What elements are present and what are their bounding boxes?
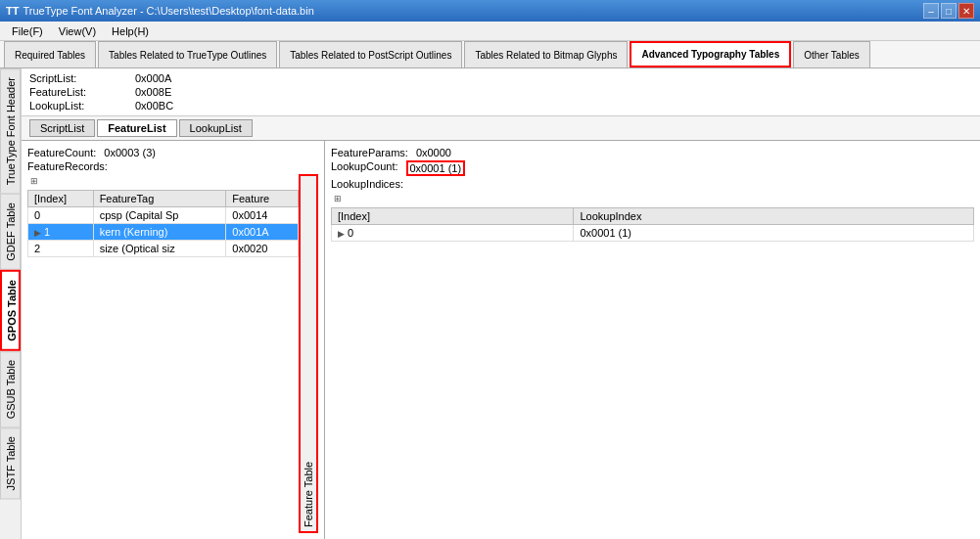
- title-bar-text: TrueType Font Analyzer - C:\Users\test\D…: [23, 5, 313, 17]
- feature-records-table: [Index] FeatureTag Feature 0: [27, 190, 299, 257]
- split-pane: FeatureCount: 0x0003 (3) FeatureRecords:…: [22, 141, 980, 539]
- tab-postscript-outlines[interactable]: Tables Related to PostScript Outlines: [279, 41, 462, 67]
- menu-view[interactable]: View(V): [51, 23, 104, 39]
- row-0-index: 0: [28, 207, 94, 224]
- vtab-jstf-table[interactable]: JSTF Table: [0, 427, 21, 499]
- col-feature: Feature: [226, 191, 299, 207]
- scriptlist-label: ScriptList:: [29, 72, 127, 84]
- subtab-featurelist[interactable]: FeatureList: [97, 119, 176, 137]
- feature-vtab[interactable]: Feature Table: [299, 174, 318, 533]
- lookuplist-value: 0x00BC: [135, 100, 972, 112]
- featurelist-label: FeatureList:: [29, 86, 127, 98]
- title-bar-buttons: – □ ✕: [923, 3, 974, 19]
- left-vtabs: TrueType Font Header GDEF Table GPOS Tab…: [0, 68, 22, 539]
- feature-params-row: FeatureParams: 0x0000: [331, 147, 974, 158]
- feature-params-value: 0x0000: [416, 147, 451, 158]
- col-feature-tag: FeatureTag: [93, 191, 226, 207]
- lookup-indices-label: LookupIndices:: [331, 178, 974, 190]
- lookup-indices-table: [Index] LookupIndex ▶ 0 0x0001 (1): [331, 207, 974, 242]
- lookup-count-value: 0x0001 (1): [406, 160, 466, 176]
- lookup-count-row: LookupCount: 0x0001 (1): [331, 160, 974, 176]
- scriptlist-value: 0x000A: [135, 72, 972, 84]
- tab-advanced-typography[interactable]: Advanced Typography Tables: [630, 41, 791, 67]
- sub-tab-bar: ScriptList FeatureList LookupList: [22, 116, 980, 141]
- feature-count-label: FeatureCount:: [27, 147, 96, 158]
- right-table-header-row: ⊞: [331, 192, 974, 205]
- vtab-gsub-table[interactable]: GSUB Table: [0, 351, 21, 427]
- subtab-lookuplist[interactable]: LookupList: [179, 119, 253, 137]
- left-pane: FeatureCount: 0x0003 (3) FeatureRecords:…: [22, 141, 325, 539]
- tab-bitmap-glyphs[interactable]: Tables Related to Bitmap Glyphs: [464, 41, 628, 67]
- right-row-0-lookup: 0x0001 (1): [574, 225, 974, 242]
- lookup-count-label: LookupCount:: [331, 160, 398, 176]
- right-col-lookup-index: LookupIndex: [574, 208, 974, 225]
- tab-other-tables[interactable]: Other Tables: [793, 41, 870, 67]
- row-1-index: ▶ 1: [28, 224, 94, 241]
- row-2-tag: size (Optical siz: [93, 241, 226, 257]
- top-tab-bar: Required Tables Tables Related to TrueTy…: [0, 41, 980, 68]
- content-area: ScriptList: 0x000A FeatureList: 0x008E L…: [22, 68, 980, 539]
- main-layout: TrueType Font Header GDEF Table GPOS Tab…: [0, 68, 980, 539]
- lookuplist-label: LookupList:: [29, 100, 127, 112]
- tab-truetype-outlines[interactable]: Tables Related to TrueType Outlines: [98, 41, 277, 67]
- title-bar-left: TT TrueType Font Analyzer - C:\Users\tes…: [6, 5, 314, 17]
- table-header-row: ⊞: [27, 174, 299, 188]
- feature-table-wrapper: ⊞ [Index] FeatureTag Feature: [27, 174, 299, 533]
- feature-params-label: FeatureParams:: [331, 147, 408, 158]
- row-2-index: 2: [28, 241, 94, 257]
- app-icon: TT: [6, 5, 19, 17]
- menu-file[interactable]: File(F): [4, 23, 51, 39]
- maximize-button[interactable]: □: [941, 3, 957, 19]
- tab-required-tables[interactable]: Required Tables: [4, 41, 96, 67]
- vtab-gpos-table[interactable]: GPOS Table: [0, 270, 21, 351]
- row-1-feature: 0x001A: [226, 224, 299, 241]
- right-col-index: [Index]: [332, 208, 574, 225]
- row-0-tag: cpsp (Capital Sp: [93, 207, 226, 224]
- subtab-scriptlist[interactable]: ScriptList: [29, 119, 95, 137]
- row-0-feature: 0x0014: [226, 207, 299, 224]
- right-table-row[interactable]: ▶ 0 0x0001 (1): [332, 225, 974, 242]
- menu-bar: File(F) View(V) Help(H): [0, 22, 980, 41]
- col-index: [Index]: [28, 191, 94, 207]
- feature-records-row: FeatureRecords:: [27, 160, 318, 172]
- table-row[interactable]: 2 size (Optical siz 0x0020: [28, 241, 299, 257]
- close-button[interactable]: ✕: [958, 3, 974, 19]
- minimize-button[interactable]: –: [923, 3, 939, 19]
- feature-count-row: FeatureCount: 0x0003 (3): [27, 147, 318, 158]
- menu-help[interactable]: Help(H): [104, 23, 157, 39]
- right-pane: FeatureParams: 0x0000 LookupCount: 0x000…: [325, 141, 980, 539]
- vtab-gdef-table[interactable]: GDEF Table: [0, 194, 21, 270]
- table-row[interactable]: 0 cpsp (Capital Sp 0x0014: [28, 207, 299, 224]
- feature-records-label: FeatureRecords:: [27, 160, 108, 172]
- feature-count-value: 0x0003 (3): [104, 147, 156, 158]
- right-grid-icon: ⊞: [331, 192, 345, 205]
- vtab-truetype-font-header[interactable]: TrueType Font Header: [0, 68, 21, 194]
- right-table-wrapper: ⊞ [Index] LookupIndex ▶: [331, 192, 974, 242]
- featurelist-value: 0x008E: [135, 86, 972, 98]
- header-info: ScriptList: 0x000A FeatureList: 0x008E L…: [22, 68, 980, 116]
- row-1-tag: kern (Kerning): [93, 224, 226, 241]
- left-pane-split: ⊞ [Index] FeatureTag Feature: [27, 174, 318, 533]
- right-row-0-index: ▶ 0: [332, 225, 574, 242]
- title-bar: TT TrueType Font Analyzer - C:\Users\tes…: [0, 0, 980, 22]
- row-2-feature: 0x0020: [226, 241, 299, 257]
- grid-icon: ⊞: [27, 174, 41, 188]
- table-row-selected[interactable]: ▶ 1 kern (Kerning) 0x001A: [28, 224, 299, 241]
